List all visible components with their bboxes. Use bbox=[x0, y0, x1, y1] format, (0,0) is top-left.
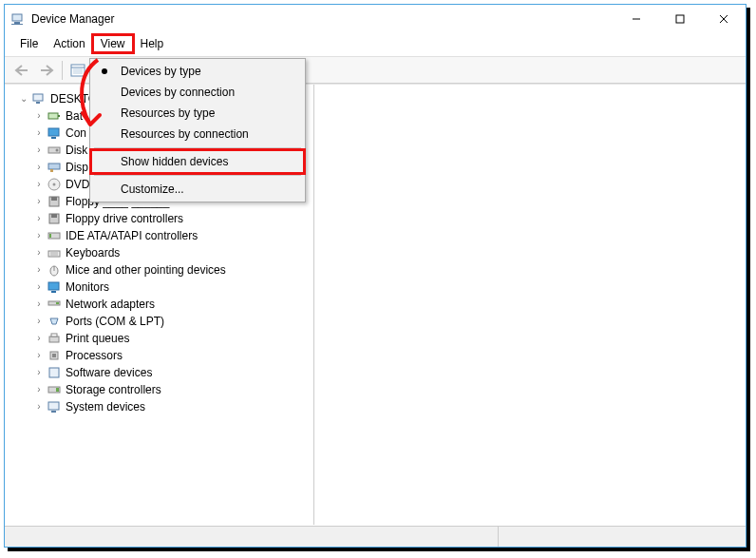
chevron-right-icon[interactable] bbox=[31, 247, 47, 258]
network-icon bbox=[47, 297, 62, 312]
chevron-right-icon[interactable] bbox=[31, 213, 47, 223]
svg-rect-12 bbox=[33, 94, 43, 101]
tree-item-storage-controllers[interactable]: Storage controllers bbox=[5, 381, 313, 398]
svg-rect-27 bbox=[51, 214, 57, 218]
dropdown-separator bbox=[94, 175, 301, 176]
svg-rect-1 bbox=[14, 22, 20, 24]
tree-item-label: IDE ATA/ATAPI controllers bbox=[66, 229, 198, 242]
svg-rect-20 bbox=[48, 164, 60, 169]
chevron-right-icon[interactable] bbox=[31, 127, 47, 138]
tree-item-floppy-controllers[interactable]: Floppy drive controllers bbox=[5, 210, 313, 227]
svg-point-19 bbox=[56, 149, 59, 152]
port-icon bbox=[47, 314, 62, 329]
svg-rect-43 bbox=[49, 368, 59, 377]
tree-item-label: Disp bbox=[66, 161, 88, 174]
svg-rect-7 bbox=[71, 65, 85, 76]
back-button[interactable] bbox=[10, 60, 33, 81]
printer-icon bbox=[47, 331, 62, 346]
tree-item-network[interactable]: Network adapters bbox=[5, 296, 313, 313]
tree-item-monitors[interactable]: Monitors bbox=[5, 279, 313, 296]
svg-rect-14 bbox=[48, 113, 58, 119]
mouse-icon bbox=[47, 262, 62, 278]
display-adapter-icon bbox=[47, 160, 62, 175]
menu-view[interactable]: View bbox=[93, 35, 133, 52]
battery-icon bbox=[47, 108, 62, 124]
tree-item-label: Software devices bbox=[66, 366, 152, 379]
dd-label: Resources by type bbox=[121, 106, 215, 120]
tree-item-label: System devices bbox=[66, 400, 145, 414]
svg-rect-0 bbox=[12, 14, 22, 21]
monitor-icon bbox=[47, 125, 62, 141]
svg-rect-4 bbox=[676, 15, 684, 23]
chevron-right-icon[interactable] bbox=[31, 179, 47, 189]
chevron-right-icon[interactable] bbox=[31, 350, 47, 360]
chevron-right-icon[interactable] bbox=[31, 384, 47, 394]
dvd-icon bbox=[47, 177, 62, 192]
dd-devices-by-type[interactable]: Devices by type bbox=[92, 61, 303, 82]
tree-item-label: Monitors bbox=[66, 280, 109, 294]
chevron-right-icon[interactable] bbox=[31, 110, 47, 121]
dd-customize[interactable]: Customize... bbox=[92, 179, 303, 200]
window-title: Device Manager bbox=[31, 12, 614, 26]
chevron-right-icon[interactable] bbox=[31, 316, 47, 326]
tree-item-processors[interactable]: Processors bbox=[5, 347, 313, 364]
tree-item-label: Mice and other pointing devices bbox=[66, 263, 226, 277]
close-button[interactable] bbox=[702, 5, 746, 33]
radio-selected-icon bbox=[102, 68, 107, 74]
software-icon bbox=[47, 365, 62, 380]
minimize-button[interactable] bbox=[614, 5, 658, 33]
tree-item-label: Keyboards bbox=[66, 246, 120, 260]
tree-item-system-devices[interactable]: System devices bbox=[5, 398, 313, 415]
ide-icon bbox=[47, 228, 62, 243]
dd-resources-by-connection[interactable]: Resources by connection bbox=[92, 124, 303, 144]
menu-action[interactable]: Action bbox=[46, 35, 92, 52]
chevron-right-icon[interactable] bbox=[31, 367, 47, 377]
menu-help[interactable]: Help bbox=[133, 35, 172, 52]
dd-label: Devices by connection bbox=[121, 86, 235, 99]
dd-resources-by-type[interactable]: Resources by type bbox=[92, 103, 303, 124]
forward-button[interactable] bbox=[35, 60, 58, 81]
tree-item-print-queues[interactable]: Print queues bbox=[5, 330, 313, 347]
menu-file[interactable]: File bbox=[12, 35, 46, 52]
chevron-right-icon[interactable] bbox=[31, 401, 47, 412]
svg-rect-30 bbox=[48, 251, 60, 257]
dropdown-separator bbox=[94, 147, 301, 148]
tree-item-ports[interactable]: Ports (COM & LPT) bbox=[5, 313, 313, 330]
tree-item-label: Con bbox=[66, 126, 86, 140]
tree-item-keyboards[interactable]: Keyboards bbox=[5, 244, 313, 261]
cpu-icon bbox=[47, 348, 62, 363]
storage-controller-icon bbox=[47, 382, 62, 397]
tree-item-software-devices[interactable]: Software devices bbox=[5, 364, 313, 381]
svg-rect-13 bbox=[36, 102, 40, 104]
chevron-right-icon[interactable] bbox=[31, 298, 47, 309]
chevron-right-icon[interactable] bbox=[31, 281, 47, 292]
svg-rect-17 bbox=[51, 137, 56, 139]
chevron-right-icon[interactable] bbox=[31, 144, 47, 155]
dd-show-hidden-devices[interactable]: Show hidden devices bbox=[92, 151, 303, 172]
chevron-right-icon[interactable] bbox=[31, 264, 47, 275]
svg-rect-38 bbox=[56, 302, 59, 304]
chevron-right-icon[interactable] bbox=[31, 333, 47, 343]
tree-item-label: Storage controllers bbox=[66, 383, 161, 396]
tree-item-label: Processors bbox=[66, 349, 123, 362]
titlebar: Device Manager bbox=[5, 5, 746, 33]
dd-label: Resources by connection bbox=[121, 127, 249, 141]
chevron-right-icon[interactable] bbox=[31, 162, 47, 172]
monitor-icon bbox=[47, 279, 62, 295]
svg-rect-21 bbox=[50, 169, 53, 172]
chevron-right-icon[interactable] bbox=[31, 196, 47, 206]
window-controls bbox=[614, 5, 746, 33]
tree-item-mice[interactable]: Mice and other pointing devices bbox=[5, 261, 313, 279]
tree-item-ide-ata[interactable]: IDE ATA/ATAPI controllers bbox=[5, 227, 313, 244]
svg-rect-29 bbox=[49, 234, 51, 238]
dd-devices-by-connection[interactable]: Devices by connection bbox=[92, 82, 303, 103]
maximize-button[interactable] bbox=[658, 5, 702, 33]
tree-item-label: Disk bbox=[66, 144, 87, 157]
tree-item-label: Print queues bbox=[66, 332, 129, 345]
dd-label: Show hidden devices bbox=[121, 155, 228, 168]
properties-button[interactable] bbox=[66, 60, 89, 81]
chevron-down-icon[interactable] bbox=[16, 93, 31, 104]
svg-rect-46 bbox=[48, 402, 59, 410]
chevron-right-icon[interactable] bbox=[31, 230, 47, 241]
floppy-controller-icon bbox=[47, 211, 62, 226]
